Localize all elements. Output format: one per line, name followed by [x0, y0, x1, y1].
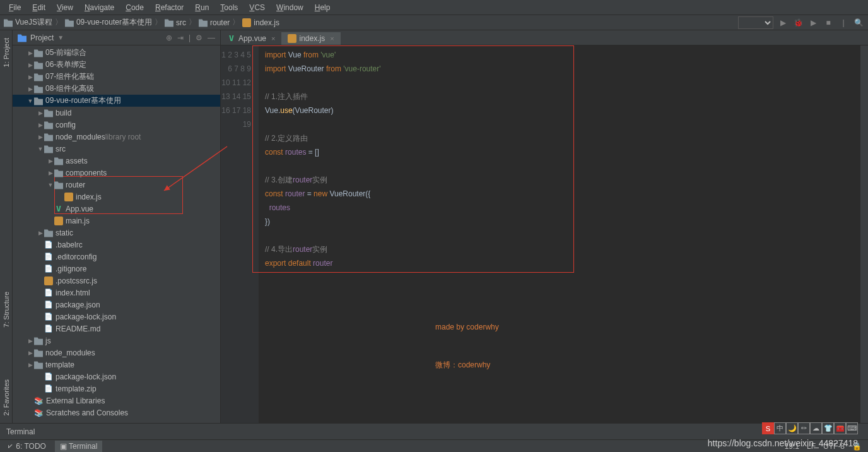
- tree-node[interactable]: ▶build: [13, 107, 220, 119]
- tree-node[interactable]: 📄README.md: [13, 323, 220, 335]
- hide-icon[interactable]: —: [208, 33, 215, 42]
- tree-node[interactable]: 📄.babelrc: [13, 239, 220, 251]
- tree-node[interactable]: ▶node_modules library root: [13, 131, 220, 143]
- tree-node[interactable]: ▶components: [13, 167, 220, 179]
- tree-node[interactable]: ▶static: [13, 227, 220, 239]
- code-content[interactable]: import Vue from 'vue' import VueRouter f…: [259, 45, 860, 423]
- tree-node[interactable]: .postcssrc.js: [13, 275, 220, 287]
- menu-help[interactable]: Help: [310, 2, 336, 13]
- breadcrumb-item[interactable]: router: [199, 18, 230, 27]
- folder-icon: [34, 73, 43, 81]
- ime-toolbox[interactable]: 🧰: [834, 422, 846, 434]
- menu-refactor[interactable]: Refactor: [150, 2, 189, 13]
- tree-node[interactable]: ▶05-前端综合: [13, 47, 220, 59]
- tree-node[interactable]: 📄template.zip: [13, 383, 220, 395]
- settings-icon[interactable]: ⚙: [196, 33, 202, 42]
- search-icon[interactable]: 🔍: [853, 17, 864, 28]
- menu-tools[interactable]: Tools: [215, 2, 243, 13]
- close-icon[interactable]: ×: [271, 35, 275, 42]
- ime-skin[interactable]: 👕: [822, 422, 834, 434]
- tree-node[interactable]: ▶07-组件化基础: [13, 71, 220, 83]
- tree-node[interactable]: 📄index.html: [13, 287, 220, 299]
- tree-node[interactable]: main.js: [13, 215, 220, 227]
- tree-node[interactable]: 📄.gitignore: [13, 263, 220, 275]
- run-icon[interactable]: ▶: [777, 17, 789, 28]
- js-file-icon: [64, 193, 73, 201]
- breadcrumb-item[interactable]: index.js: [242, 18, 279, 27]
- terminal-panel-header[interactable]: Terminal: [0, 423, 868, 439]
- tool-tab-favorites[interactable]: 2: Favorites: [1, 374, 11, 420]
- folder-icon: [65, 18, 74, 27]
- tree-node[interactable]: index.js: [13, 191, 220, 203]
- coverage-icon[interactable]: ▶: [807, 17, 819, 28]
- tree-node[interactable]: ▶js: [13, 335, 220, 347]
- stop-icon[interactable]: ■: [823, 17, 834, 28]
- menu-edit[interactable]: Edit: [27, 2, 50, 13]
- tree-node[interactable]: ▶08-组件化高级: [13, 83, 220, 95]
- tree-node[interactable]: 📄package.json: [13, 299, 220, 311]
- library-icon: 📚: [34, 396, 44, 405]
- tree-node[interactable]: 📄.editorconfig: [13, 251, 220, 263]
- folder-icon: [34, 85, 43, 93]
- tree-node[interactable]: 📄package-lock.json: [13, 371, 220, 383]
- file-icon: 📄: [44, 265, 53, 273]
- folder-icon: [34, 360, 43, 369]
- tree-node[interactable]: ▶node_modules: [13, 347, 220, 359]
- tree-node[interactable]: ▶config: [13, 119, 220, 131]
- tool-tab-project[interactable]: 1: Project: [1, 33, 11, 72]
- breadcrumb-item[interactable]: VueJS课程: [4, 17, 52, 28]
- tree-node[interactable]: VApp.vue: [13, 203, 220, 215]
- vue-file-icon: V: [54, 204, 63, 213]
- ime-cloud[interactable]: ☁: [810, 422, 822, 434]
- tree-node[interactable]: ▶06-表单绑定: [13, 59, 220, 71]
- editor-tab[interactable]: VApp.vue×: [221, 32, 281, 45]
- menu-view[interactable]: View: [52, 2, 78, 13]
- tree-node[interactable]: 📚Scratches and Consoles: [13, 407, 220, 419]
- ime-lang[interactable]: 中: [774, 422, 786, 434]
- folder-icon: [54, 181, 63, 189]
- chevron-down-icon[interactable]: ▼: [57, 34, 64, 41]
- bottom-tab-terminal[interactable]: ▣ Terminal: [55, 441, 102, 452]
- file-icon: 📄: [44, 253, 53, 261]
- run-config-select[interactable]: [738, 16, 773, 29]
- editor-scrollstrip[interactable]: [860, 45, 868, 423]
- library-icon: 📚: [34, 408, 44, 417]
- breadcrumb-item[interactable]: 09-vue-router基本使用: [65, 17, 152, 28]
- bottom-tab-todo[interactable]: 🗸 6: TODO: [6, 442, 46, 451]
- menu-window[interactable]: Window: [271, 2, 308, 13]
- menu-file[interactable]: File: [4, 2, 26, 13]
- tree-node[interactable]: ▼router: [13, 179, 220, 191]
- file-icon: 📄: [44, 384, 53, 393]
- folder-icon: [34, 49, 43, 57]
- js-file-icon: [44, 277, 53, 285]
- folder-icon: [44, 145, 53, 153]
- debug-icon[interactable]: 🐞: [792, 17, 804, 28]
- menu-code[interactable]: Code: [120, 2, 149, 13]
- ime-icon[interactable]: S: [762, 422, 774, 434]
- folder-icon: [54, 157, 63, 165]
- project-tree[interactable]: ▶05-前端综合▶06-表单绑定▶07-组件化基础▶08-组件化高级▼09-vu…: [13, 45, 220, 423]
- ime-keyboard[interactable]: ⌨: [846, 422, 858, 434]
- editor[interactable]: 1 2 3 4 5 6 7 8 9 10 11 12 13 14 15 16 1…: [221, 45, 868, 423]
- sidebar-title: Project: [30, 33, 54, 42]
- menu-run[interactable]: Run: [190, 2, 214, 13]
- tree-node[interactable]: ▶template: [13, 359, 220, 371]
- tree-node[interactable]: ▼src: [13, 143, 220, 155]
- collapse-icon[interactable]: ⇥: [177, 33, 184, 42]
- line-numbers: 1 2 3 4 5 6 7 8 9 10 11 12 13 14 15 16 1…: [221, 45, 259, 423]
- project-icon: [18, 33, 26, 42]
- tool-tab-structure[interactable]: 7: Structure: [1, 287, 11, 333]
- menu-navigate[interactable]: Navigate: [79, 2, 119, 13]
- close-icon[interactable]: ×: [330, 35, 334, 42]
- breadcrumb-item[interactable]: src: [165, 18, 186, 27]
- sidebar-header: Project ▼ ⊕ ⇥ | ⚙ —: [13, 30, 220, 45]
- ime-input[interactable]: ✏: [798, 422, 810, 434]
- tree-node[interactable]: 📚External Libraries: [13, 395, 220, 407]
- menu-vcs[interactable]: VCS: [244, 2, 270, 13]
- tree-node[interactable]: 📄package-lock.json: [13, 311, 220, 323]
- tree-node[interactable]: ▼09-vue-router基本使用: [13, 95, 220, 107]
- editor-tab[interactable]: index.js×: [281, 32, 340, 45]
- locate-icon[interactable]: ⊕: [166, 33, 172, 42]
- ime-punct[interactable]: 🌙: [786, 422, 798, 434]
- tree-node[interactable]: ▶assets: [13, 155, 220, 167]
